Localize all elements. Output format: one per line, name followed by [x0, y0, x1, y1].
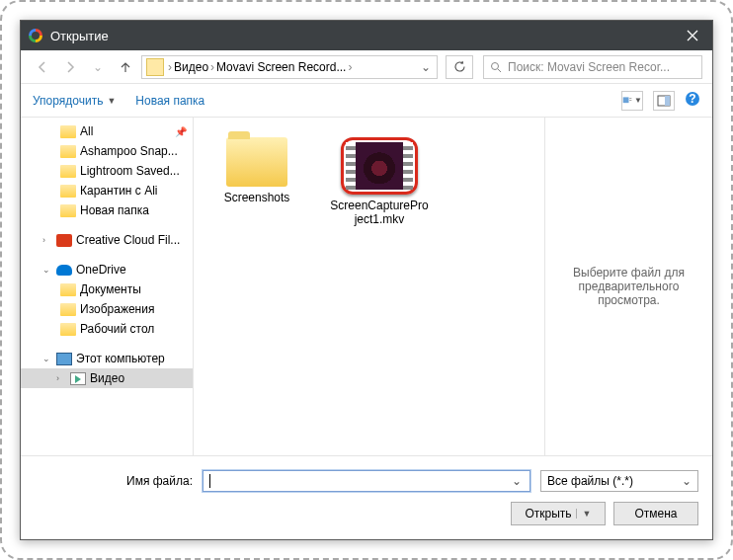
dialog-body: All📌 Ashampoo Snap... Lightroom Saved...…	[21, 118, 712, 455]
preview-pane-button[interactable]	[653, 91, 675, 111]
tree-item[interactable]: All📌	[21, 121, 193, 141]
arrow-up-icon	[119, 60, 132, 74]
caret-down-icon: ⌄	[42, 354, 52, 363]
cancel-button[interactable]: Отмена	[613, 502, 698, 525]
text-cursor	[209, 474, 210, 488]
help-icon: ?	[685, 91, 700, 107]
arrow-right-icon	[63, 60, 77, 74]
folder-icon	[60, 204, 76, 217]
file-item-video[interactable]: ScreenCaptureProject1.mkv	[330, 137, 429, 226]
navigation-bar: ⌄ › Видео › Movavi Screen Record... › ⌄ …	[21, 50, 712, 84]
tree-item[interactable]: Ashampoo Snap...	[21, 141, 193, 161]
arrow-left-icon	[36, 60, 49, 74]
folder-icon	[146, 58, 164, 76]
folder-tree: All📌 Ashampoo Snap... Lightroom Saved...…	[21, 118, 194, 455]
svg-rect-3	[629, 100, 631, 101]
refresh-button[interactable]	[446, 55, 473, 79]
preview-pane: Выберите файл для предварительного просм…	[544, 118, 712, 455]
folder-icon	[60, 165, 76, 178]
pane-icon	[657, 95, 671, 107]
thumbnails-icon	[622, 95, 632, 107]
tree-item[interactable]: Lightroom Saved...	[21, 161, 193, 181]
thispc-icon	[56, 353, 72, 365]
organize-button[interactable]: Упорядочить ▼	[33, 94, 116, 108]
tree-item[interactable]: Новая папка	[21, 200, 193, 220]
file-label: Screenshots	[224, 191, 290, 204]
search-input[interactable]: Поиск: Movavi Screen Recor...	[483, 55, 702, 79]
content-area: Screenshots ScreenCaptureProject1.mkv Вы…	[194, 118, 712, 455]
tree-item[interactable]: Карантин с Ali	[21, 181, 193, 200]
file-label: ScreenCaptureProject1.mkv	[330, 199, 429, 226]
svg-rect-5	[665, 96, 670, 106]
search-placeholder: Поиск: Movavi Screen Recor...	[508, 60, 670, 74]
back-button[interactable]	[31, 55, 54, 79]
folder-icon	[60, 185, 76, 198]
dialog-footer: Имя файла: ⌄ Все файлы (*.*) ⌄ Открыть ▼…	[21, 455, 712, 539]
preview-text: Выберите файл для предварительного просм…	[555, 266, 702, 307]
chevron-right-icon: ›	[210, 60, 214, 74]
recent-button[interactable]: ⌄	[86, 55, 110, 79]
titlebar: Открытие	[21, 21, 712, 50]
folder-icon	[60, 145, 76, 158]
help-button[interactable]: ?	[685, 91, 700, 110]
svg-point-0	[492, 62, 499, 69]
folder-icon	[60, 125, 76, 138]
svg-rect-2	[629, 98, 631, 99]
video-thumbnail-icon	[346, 142, 413, 190]
caret-right-icon: ›	[42, 235, 52, 245]
svg-rect-1	[623, 97, 629, 103]
chevron-down-icon: ▼	[107, 96, 116, 106]
pin-icon: 📌	[175, 126, 187, 137]
folder-icon	[60, 323, 76, 336]
chevron-down-icon[interactable]: ⌄	[508, 474, 526, 488]
chrome-icon	[29, 29, 42, 42]
search-icon	[490, 61, 502, 73]
creative-cloud-icon	[56, 234, 72, 247]
caret-down-icon: ⌄	[42, 265, 52, 275]
refresh-icon	[453, 60, 466, 73]
filename-label: Имя файла:	[35, 474, 193, 488]
toolbar: Упорядочить ▼ Новая папка ▼ ?	[21, 84, 712, 118]
file-type-filter[interactable]: Все файлы (*.*) ⌄	[540, 470, 698, 492]
breadcrumb[interactable]: › Видео › Movavi Screen Record... › ⌄	[141, 55, 438, 79]
caret-right-icon: ›	[56, 373, 66, 383]
onedrive-icon	[56, 265, 72, 276]
filename-input[interactable]: ⌄	[203, 470, 530, 492]
folder-icon	[60, 283, 76, 296]
up-button[interactable]	[114, 55, 137, 79]
tree-item[interactable]: ›Creative Cloud Fil...	[21, 230, 193, 250]
tree-item-thispc[interactable]: ⌄Этот компьютер	[21, 349, 193, 368]
tree-item[interactable]: Документы	[21, 280, 193, 299]
tree-item[interactable]: Изображения	[21, 299, 193, 319]
chevron-down-icon[interactable]: ⌄	[417, 60, 435, 74]
folder-icon	[226, 137, 287, 187]
tree-item[interactable]: Рабочий стол	[21, 319, 193, 339]
selection-highlight	[341, 137, 418, 195]
view-mode-button[interactable]: ▼	[621, 91, 643, 111]
chevron-down-icon: ⌄	[682, 474, 692, 488]
svg-text:?: ?	[689, 92, 695, 106]
close-button[interactable]	[673, 21, 712, 50]
chevron-down-icon[interactable]: ▼	[576, 509, 592, 519]
folder-icon	[60, 303, 76, 316]
file-item-folder[interactable]: Screenshots	[207, 137, 306, 204]
chevron-right-icon: ›	[168, 60, 172, 74]
close-icon	[687, 30, 698, 41]
forward-button[interactable]	[58, 55, 82, 79]
new-folder-button[interactable]: Новая папка	[135, 94, 204, 108]
video-icon	[70, 372, 86, 385]
breadcrumb-part[interactable]: Видео	[174, 60, 208, 74]
open-file-dialog: Открытие ⌄ › Видео › Movavi Screen Recor…	[20, 20, 713, 540]
breadcrumb-part[interactable]: Movavi Screen Record...	[216, 60, 346, 74]
window-title: Открытие	[50, 29, 673, 43]
open-button[interactable]: Открыть ▼	[511, 502, 606, 525]
file-list[interactable]: Screenshots ScreenCaptureProject1.mkv	[194, 118, 544, 455]
tree-item-video[interactable]: ›Видео	[21, 368, 193, 388]
chevron-right-icon: ›	[348, 60, 352, 74]
tree-item-onedrive[interactable]: ⌄OneDrive	[21, 260, 193, 280]
